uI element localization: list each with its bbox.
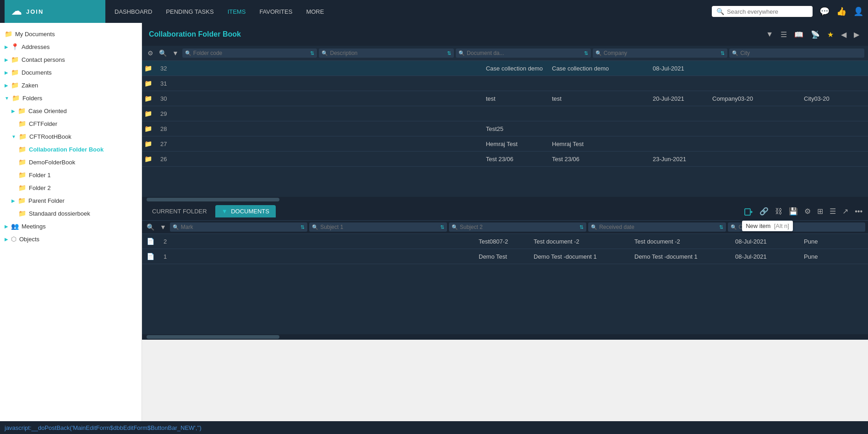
folder-code-input[interactable] bbox=[193, 50, 311, 56]
top-navigation: ☁ JOIN DASHBOARD PENDING TASKS ITEMS FAV… bbox=[0, 0, 868, 23]
bottom-hscrollbar[interactable] bbox=[142, 334, 868, 340]
like-icon[interactable]: 👍 bbox=[836, 6, 846, 16]
sidebar-item-folder1[interactable]: 📁 Folder 1 bbox=[0, 168, 142, 181]
link-button[interactable]: 🔗 bbox=[758, 205, 770, 217]
mark-input[interactable] bbox=[181, 224, 300, 230]
subject2-input[interactable] bbox=[460, 224, 579, 230]
row-number: 27 bbox=[156, 136, 481, 152]
folder-row-icon: 📁 bbox=[144, 125, 152, 132]
top-hscrollbar-thumb[interactable] bbox=[147, 198, 279, 201]
nav-pending-tasks[interactable]: PENDING TASKS bbox=[166, 8, 213, 15]
more-button[interactable]: ••• bbox=[853, 206, 864, 217]
logo-icon: ☁ bbox=[11, 5, 22, 17]
share-button[interactable]: ↗ bbox=[841, 205, 850, 217]
sidebar-item-objects[interactable]: ▶ ⬡ Objects bbox=[0, 233, 142, 245]
sidebar-item-documents[interactable]: ▶ 📁 Documents bbox=[0, 66, 142, 79]
app-logo[interactable]: ☁ JOIN bbox=[5, 0, 105, 23]
sidebar-item-parent-folder[interactable]: ▶ 📁 Parent Folder bbox=[0, 194, 142, 207]
save-button[interactable]: 💾 bbox=[787, 205, 800, 217]
sidebar-item-collaboration-folder-book[interactable]: 📁 Collaboration Folder Book bbox=[0, 143, 142, 156]
link2-button[interactable]: ⛓ bbox=[773, 206, 784, 217]
list-view-button[interactable]: ☰ bbox=[779, 28, 789, 41]
sidebar-item-demo-folder-book[interactable]: 📁 DemoFolderBook bbox=[0, 156, 142, 168]
nav-more[interactable]: MORE bbox=[306, 8, 324, 15]
row-number: 2 bbox=[159, 234, 474, 249]
main-content: Collaboration Folder Book ▼ ☰ 📖 📡 ★ ◀ ▶ … bbox=[142, 23, 868, 434]
bottom-hscrollbar-thumb[interactable] bbox=[147, 335, 279, 339]
feed-button[interactable]: 📡 bbox=[809, 28, 822, 41]
table-row[interactable]: 📁 26 Test 23/06 Test 23/06 23-Jun-2021 bbox=[142, 152, 868, 167]
sort-company[interactable]: ⇅ bbox=[721, 50, 725, 56]
table-row[interactable]: 📁 30 test test 20-Jul-2021 Company03-20 … bbox=[142, 91, 868, 106]
folder-row-icon: 📁 bbox=[144, 155, 152, 163]
sort-folder-code[interactable]: ⇅ bbox=[310, 50, 314, 56]
settings-button[interactable]: ⚙ bbox=[802, 205, 813, 217]
sidebar-item-zaken[interactable]: ▶ 📁 Zaken bbox=[0, 79, 142, 92]
chat-icon[interactable]: 💬 bbox=[819, 6, 830, 16]
dropdown-filter-icon[interactable]: ▼ bbox=[170, 49, 180, 58]
columns-button[interactable]: ⊞ bbox=[815, 205, 825, 217]
mark-cell: Test0807-2 bbox=[474, 234, 529, 249]
folder-table: 📁 32 Case collection demo Case collectio… bbox=[142, 61, 868, 167]
search-filter-icon[interactable]: 🔍 bbox=[157, 49, 169, 58]
sort-subject2[interactable]: ⇅ bbox=[579, 224, 584, 230]
sidebar-item-standaard-dossierboek[interactable]: 📁 Standaard dossierboek bbox=[0, 207, 142, 220]
sidebar-item-cftroothbook[interactable]: ▼ 📁 CFTRootHBook bbox=[0, 130, 142, 143]
top-hscrollbar[interactable] bbox=[142, 197, 868, 202]
sidebar-item-my-documents[interactable]: 📁 My Documents bbox=[0, 27, 142, 40]
nav-dashboard[interactable]: DASHBOARD bbox=[115, 8, 152, 15]
nav-items[interactable]: ITEMS bbox=[228, 8, 246, 15]
subject2-cell: Demo Test -document 1 bbox=[630, 249, 731, 264]
filter-search-icon: 🔍 bbox=[595, 50, 602, 56]
filter-button[interactable]: ▼ bbox=[764, 28, 775, 40]
subject1-input[interactable] bbox=[320, 224, 440, 230]
object-icon: ⬡ bbox=[11, 235, 16, 243]
filter-search-icon: 🔍 bbox=[732, 50, 738, 56]
book-view-button[interactable]: 📖 bbox=[792, 28, 805, 41]
sidebar-label: Folders bbox=[22, 95, 42, 102]
description-cell bbox=[547, 121, 648, 136]
list-view-bottom-button[interactable]: ☰ bbox=[828, 205, 838, 217]
sidebar-item-folders[interactable]: ▼ 📁 Folders bbox=[0, 92, 142, 104]
tab-current-folder[interactable]: CURRENT FOLDER bbox=[146, 205, 213, 217]
sidebar-item-contact-persons[interactable]: ▶ 📁 Contact persons bbox=[0, 53, 142, 66]
user-icon[interactable]: 👤 bbox=[853, 6, 863, 16]
sidebar-item-meetings[interactable]: ▶ 👥 Meetings bbox=[0, 220, 142, 233]
sort-recdate[interactable]: ⇅ bbox=[719, 224, 723, 230]
sidebar-item-case-oriented[interactable]: ▶ 📁 Case Oriented bbox=[0, 104, 142, 117]
sort-description[interactable]: ⇅ bbox=[447, 50, 451, 56]
sidebar-label: Case Oriented bbox=[28, 108, 67, 114]
folder-icon: 📁 bbox=[18, 210, 26, 217]
bottom-dropdown-icon[interactable]: ▼ bbox=[158, 222, 168, 232]
city-input[interactable] bbox=[740, 50, 862, 56]
table-row[interactable]: 📁 31 bbox=[142, 76, 868, 91]
settings-filter-icon[interactable]: ⚙ bbox=[146, 49, 155, 58]
sidebar-item-folder2[interactable]: 📁 Folder 2 bbox=[0, 181, 142, 194]
sort-mark[interactable]: ⇅ bbox=[300, 224, 305, 230]
search-input[interactable] bbox=[727, 8, 808, 15]
table-row[interactable]: 📁 27 Hemraj Test Hemraj Test bbox=[142, 136, 868, 152]
sort-docdate[interactable]: ⇅ bbox=[584, 50, 588, 56]
table-row[interactable]: 📄 1 Demo Test Demo Test -document 1 Demo… bbox=[142, 249, 868, 264]
table-row[interactable]: 📄 2 Test0807-2 Test document -2 Test doc… bbox=[142, 234, 868, 249]
docdate-input[interactable] bbox=[467, 50, 584, 56]
description-input[interactable] bbox=[330, 50, 447, 56]
table-row[interactable]: 📁 29 bbox=[142, 106, 868, 121]
table-row[interactable]: 📁 28 Test25 bbox=[142, 121, 868, 136]
bottom-search-icon[interactable]: 🔍 bbox=[145, 222, 156, 232]
table-row[interactable]: 📁 32 Case collection demo Case collectio… bbox=[142, 61, 868, 76]
sort-subject1[interactable]: ⇅ bbox=[440, 224, 444, 230]
sidebar-item-cftfolder[interactable]: 📁 CFTFolder bbox=[0, 117, 142, 130]
doc-icon: 📄 bbox=[142, 249, 159, 264]
next-button[interactable]: ▶ bbox=[852, 28, 861, 41]
recdate-cell: 08-Jul-2021 bbox=[731, 249, 799, 264]
company-input[interactable] bbox=[604, 50, 721, 56]
subject1-filter: 🔍 ⇅ bbox=[309, 222, 447, 232]
favorites-button[interactable]: ★ bbox=[825, 28, 835, 41]
new-item-button[interactable] bbox=[742, 204, 755, 218]
tab-documents[interactable]: ▼ DOCUMENTS bbox=[215, 205, 276, 217]
nav-favorites[interactable]: FAVORITES bbox=[259, 8, 292, 15]
recdate-input[interactable] bbox=[599, 224, 719, 230]
sidebar-item-addresses[interactable]: ▶ 📍 Addresses bbox=[0, 40, 142, 53]
prev-button[interactable]: ◀ bbox=[839, 28, 848, 41]
